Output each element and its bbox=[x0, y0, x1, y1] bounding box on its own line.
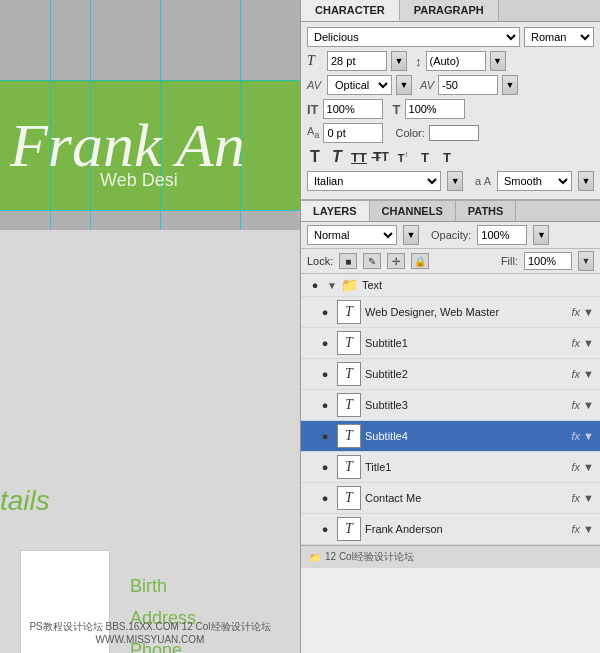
blend-mode-arrow[interactable]: ▼ bbox=[403, 225, 419, 245]
language-select[interactable]: Italian bbox=[307, 171, 441, 191]
layer-name-5: Title1 bbox=[365, 461, 568, 473]
layer-fx-6[interactable]: fx ▼ bbox=[572, 492, 595, 504]
tab-channels[interactable]: CHANNELS bbox=[370, 201, 456, 221]
guide-line-h1 bbox=[0, 80, 300, 81]
layer-fx-2[interactable]: fx ▼ bbox=[572, 368, 595, 380]
tracking-icon: AV bbox=[420, 79, 434, 91]
layer-row-5[interactable]: ● T Title1 fx ▼ bbox=[301, 452, 600, 483]
tab-paragraph[interactable]: PARAGRAPH bbox=[400, 0, 499, 21]
font-size-input[interactable] bbox=[327, 51, 387, 71]
tracking-arrow[interactable]: ▼ bbox=[502, 75, 518, 95]
strikethrough-btn[interactable]: T̶T bbox=[373, 150, 389, 164]
kerning-icon: AV bbox=[307, 79, 323, 91]
font-style-select[interactable]: Roman bbox=[524, 27, 594, 47]
fill-arrow[interactable]: ▼ bbox=[578, 251, 594, 271]
layer-name-6: Contact Me bbox=[365, 492, 568, 504]
tracking-input[interactable] bbox=[438, 75, 498, 95]
layer-thumb-4: T bbox=[337, 424, 361, 448]
layer-fx-0[interactable]: fx ▼ bbox=[572, 306, 595, 318]
antialias-select[interactable]: Smooth bbox=[497, 171, 572, 191]
layers-tabs: LAYERS CHANNELS PATHS bbox=[301, 200, 600, 222]
superscript-btn[interactable]: T↑ bbox=[395, 150, 411, 164]
color-label: Color: bbox=[395, 127, 424, 139]
canvas-subtitle: Web Desi bbox=[100, 170, 178, 191]
layer-row-3[interactable]: ● T Subtitle3 fx ▼ bbox=[301, 390, 600, 421]
layers-footer-icon: 📁 bbox=[309, 552, 321, 563]
scale-v-input[interactable] bbox=[405, 99, 465, 119]
lock-label: Lock: bbox=[307, 255, 333, 267]
font-size-arrow[interactable]: ▼ bbox=[391, 51, 407, 71]
layer-group-text[interactable]: ● ▼ 📁 Text bbox=[301, 274, 600, 297]
underline-btn[interactable]: TT bbox=[351, 150, 367, 165]
leading-input[interactable] bbox=[426, 51, 486, 71]
kerning-select[interactable]: Optical bbox=[327, 75, 392, 95]
layer-eye-2[interactable]: ● bbox=[317, 366, 333, 382]
baseline-input[interactable] bbox=[323, 123, 383, 143]
opacity-input[interactable] bbox=[477, 225, 527, 245]
antialias-arrow[interactable]: ▼ bbox=[578, 171, 594, 191]
kerning-arrow[interactable]: ▼ bbox=[396, 75, 412, 95]
layer-thumb-3: T bbox=[337, 393, 361, 417]
layer-thumb-5: T bbox=[337, 455, 361, 479]
lock-all-btn[interactable]: 🔒 bbox=[411, 253, 429, 269]
tab-paths[interactable]: PATHS bbox=[456, 201, 517, 221]
panel-area: CHARACTER PARAGRAPH Delicious Roman T ▼ … bbox=[300, 0, 600, 653]
layer-eye-7[interactable]: ● bbox=[317, 521, 333, 537]
layer-fx-4[interactable]: fx ▼ bbox=[572, 430, 595, 442]
lock-transparent-btn[interactable]: ■ bbox=[339, 253, 357, 269]
layer-eye-0[interactable]: ● bbox=[317, 304, 333, 320]
fill-input[interactable] bbox=[524, 252, 572, 270]
layer-thumb-7: T bbox=[337, 517, 361, 541]
opacity-arrow[interactable]: ▼ bbox=[533, 225, 549, 245]
language-arrow[interactable]: ▼ bbox=[447, 171, 463, 191]
lock-pixels-btn[interactable]: ✎ bbox=[363, 253, 381, 269]
fill-label: Fill: bbox=[501, 255, 518, 267]
scale-h-icon: IT bbox=[307, 102, 319, 117]
layer-eye-6[interactable]: ● bbox=[317, 490, 333, 506]
group-name: Text bbox=[362, 279, 594, 291]
layer-row-1[interactable]: ● T Subtitle1 fx ▼ bbox=[301, 328, 600, 359]
blend-mode-select[interactable]: Normal bbox=[307, 225, 397, 245]
layer-eye-5[interactable]: ● bbox=[317, 459, 333, 475]
layer-row-2[interactable]: ● T Subtitle2 fx ▼ bbox=[301, 359, 600, 390]
canvas-content: tails Birth Address Phone Mail bbox=[0, 230, 300, 653]
birth-label: Birth bbox=[130, 570, 196, 602]
layer-name-3: Subtitle3 bbox=[365, 399, 568, 411]
layer-fx-3[interactable]: fx ▼ bbox=[572, 399, 595, 411]
lock-position-btn[interactable]: ✛ bbox=[387, 253, 405, 269]
tab-character[interactable]: CHARACTER bbox=[301, 0, 400, 21]
layer-row-0[interactable]: ● T Web Designer, Web Master fx ▼ bbox=[301, 297, 600, 328]
layer-thumb-0: T bbox=[337, 300, 361, 324]
layer-name-7: Frank Anderson bbox=[365, 523, 568, 535]
layer-fx-1[interactable]: fx ▼ bbox=[572, 337, 595, 349]
color-swatch[interactable] bbox=[429, 125, 479, 141]
layer-row-6[interactable]: ● T Contact Me fx ▼ bbox=[301, 483, 600, 514]
tab-layers[interactable]: LAYERS bbox=[301, 201, 370, 221]
opacity-label: Opacity: bbox=[431, 229, 471, 241]
layer-eye-1[interactable]: ● bbox=[317, 335, 333, 351]
smallcaps-btn[interactable]: T bbox=[417, 150, 433, 165]
layer-eye-4[interactable]: ● bbox=[317, 428, 333, 444]
layer-row-7[interactable]: ● T Frank Anderson fx ▼ bbox=[301, 514, 600, 545]
group-triangle-icon[interactable]: ▼ bbox=[327, 280, 337, 291]
layers-panel: LAYERS CHANNELS PATHS Normal ▼ Opacity: … bbox=[301, 200, 600, 568]
layer-eye-3[interactable]: ● bbox=[317, 397, 333, 413]
italic-btn[interactable]: T bbox=[329, 148, 345, 166]
character-panel: CHARACTER PARAGRAPH Delicious Roman T ▼ … bbox=[301, 0, 600, 200]
scale-h-input[interactable] bbox=[323, 99, 383, 119]
layer-row-4[interactable]: ● T Subtitle4 fx ▼ bbox=[301, 421, 600, 452]
group-folder-icon: 📁 bbox=[341, 277, 358, 293]
font-family-select[interactable]: Delicious bbox=[307, 27, 520, 47]
leading-arrow[interactable]: ▼ bbox=[490, 51, 506, 71]
layers-footer-text: 12 Col经验设计论坛 bbox=[325, 550, 414, 564]
layer-fx-7[interactable]: fx ▼ bbox=[572, 523, 595, 535]
layers-footer: 📁 12 Col经验设计论坛 bbox=[301, 545, 600, 568]
details-text: tails bbox=[0, 485, 50, 517]
allcaps-btn[interactable]: T bbox=[439, 150, 455, 165]
bold-btn[interactable]: T bbox=[307, 148, 323, 166]
layer-fx-5[interactable]: fx ▼ bbox=[572, 461, 595, 473]
layers-controls: Normal ▼ Opacity: ▼ bbox=[301, 222, 600, 249]
layer-name-1: Subtitle1 bbox=[365, 337, 568, 349]
group-eye-icon[interactable]: ● bbox=[307, 277, 323, 293]
baseline-icon: Aa bbox=[307, 125, 319, 140]
